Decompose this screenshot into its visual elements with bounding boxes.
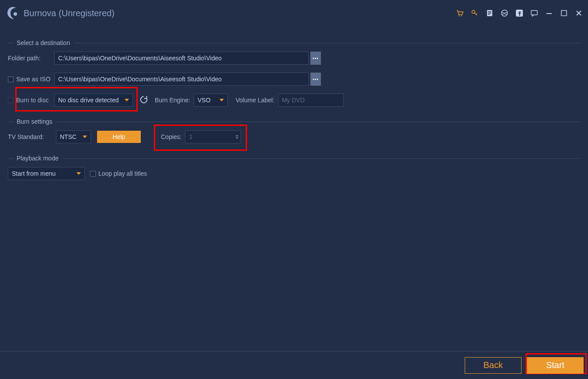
svg-point-2: [461, 15, 463, 17]
facebook-icon[interactable]: [515, 9, 523, 17]
label-tv-standard: TV Standard:: [8, 133, 53, 140]
loop-play-checkbox[interactable]: [90, 171, 96, 177]
burn-engine-value: VSO: [198, 97, 211, 104]
content-area: Select a destination Folder path: ••• Sa…: [0, 39, 588, 180]
footer-bar: Back Start: [0, 351, 588, 379]
svg-rect-5: [488, 11, 491, 12]
label-copies: Copies:: [161, 133, 181, 140]
minimize-icon[interactable]: [545, 9, 553, 17]
svg-rect-10: [531, 10, 537, 15]
row-burn-disc: Burn to disc No disc drive detected Burn…: [8, 94, 580, 107]
section-title-burn: Burn settings: [17, 118, 52, 125]
help-button[interactable]: Help: [97, 131, 141, 143]
burn-engine-select[interactable]: VSO: [194, 94, 228, 107]
key-icon[interactable]: [471, 9, 479, 17]
section-header-burn: Burn settings: [8, 118, 580, 125]
maximize-icon[interactable]: [560, 9, 568, 17]
copies-spinner[interactable]: [235, 135, 239, 139]
browse-folder-button[interactable]: •••: [310, 52, 321, 65]
titlebar-icons: [456, 9, 583, 17]
chat-icon[interactable]: [530, 9, 538, 17]
disc-drive-text: No disc drive detected: [58, 97, 119, 104]
label-save-iso: Save as ISO: [16, 76, 51, 83]
row-burn-settings: TV Standard: NTSC Help Copies: 1: [8, 130, 580, 143]
svg-rect-6: [488, 13, 491, 14]
svg-rect-12: [561, 10, 567, 16]
copies-value: 1: [189, 133, 192, 140]
playback-mode-select[interactable]: Start from menu: [8, 167, 85, 180]
volume-label-input[interactable]: [278, 94, 344, 107]
svg-point-0: [14, 12, 17, 16]
tv-standard-value: NTSC: [60, 133, 77, 140]
titlebar: Burnova (Unregistered): [0, 0, 588, 26]
start-button[interactable]: Start: [527, 357, 584, 374]
section-header-destination: Select a destination: [8, 39, 580, 46]
globe-icon[interactable]: [501, 9, 508, 17]
tv-standard-select[interactable]: NTSC: [56, 130, 91, 143]
cart-icon[interactable]: [456, 9, 464, 17]
label-folder-path: Folder path:: [8, 55, 52, 62]
label-volume: Volume Label:: [236, 97, 275, 104]
burn-disc-checkbox[interactable]: [8, 97, 14, 103]
back-button[interactable]: Back: [465, 357, 522, 374]
close-icon[interactable]: [575, 9, 583, 17]
label-burn-engine: Burn Engine:: [155, 97, 190, 104]
browse-iso-button[interactable]: •••: [310, 73, 321, 86]
svg-point-1: [459, 15, 460, 17]
refresh-icon[interactable]: [139, 95, 149, 106]
row-playback: Start from menu Loop play all titles: [8, 167, 580, 180]
app-logo-icon: [5, 6, 20, 21]
svg-rect-7: [488, 14, 490, 15]
copies-input[interactable]: 1: [185, 130, 241, 143]
folder-path-input[interactable]: [54, 52, 309, 65]
document-icon[interactable]: [486, 9, 494, 17]
section-title-playback: Playback mode: [17, 155, 59, 162]
save-iso-checkbox[interactable]: [8, 76, 14, 82]
svg-rect-11: [546, 13, 552, 14]
section-title-destination: Select a destination: [17, 39, 70, 46]
playback-mode-value: Start from menu: [12, 170, 56, 177]
disc-drive-select[interactable]: No disc drive detected: [54, 94, 133, 107]
app-title: Burnova (Unregistered): [24, 8, 115, 18]
section-header-playback: Playback mode: [8, 155, 580, 162]
label-loop-play: Loop play all titles: [98, 170, 147, 177]
row-folder-path: Folder path: •••: [8, 52, 580, 65]
iso-path-input[interactable]: [54, 73, 309, 86]
row-save-iso: Save as ISO •••: [8, 73, 580, 86]
label-burn-disc: Burn to disc: [16, 97, 49, 104]
